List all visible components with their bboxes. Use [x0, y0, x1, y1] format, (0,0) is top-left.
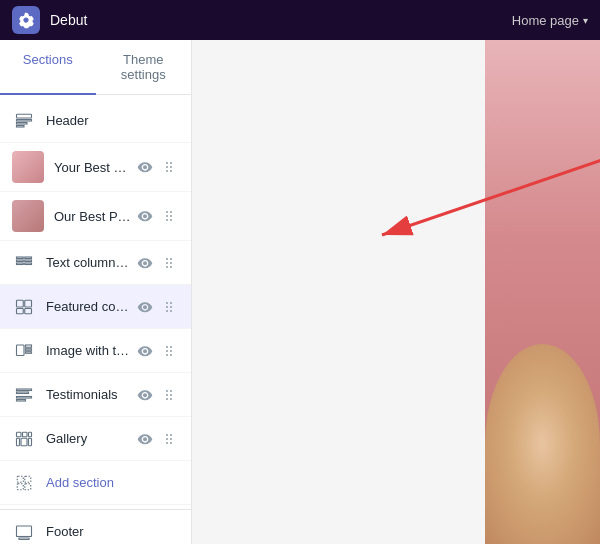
svg-point-54 — [166, 394, 168, 396]
section-gallery-label: Gallery — [46, 431, 131, 446]
testimonials-drag-button[interactable] — [159, 385, 179, 405]
section-item-testimonials[interactable]: Testimonials — [0, 373, 191, 417]
gallery-drag-button[interactable] — [159, 429, 179, 449]
svg-point-7 — [170, 166, 172, 168]
svg-point-45 — [170, 350, 172, 352]
featured-collection-actions — [135, 297, 179, 317]
best-product-drag-button[interactable] — [159, 206, 179, 226]
svg-rect-71 — [25, 476, 31, 482]
svg-rect-41 — [26, 351, 32, 353]
svg-point-44 — [166, 350, 168, 352]
svg-point-47 — [170, 354, 172, 356]
svg-point-66 — [166, 438, 168, 440]
svg-point-69 — [170, 442, 172, 444]
svg-point-53 — [170, 390, 172, 392]
gallery-visibility-button[interactable] — [135, 429, 155, 449]
svg-rect-72 — [17, 483, 23, 489]
svg-point-26 — [166, 266, 168, 268]
svg-point-15 — [170, 219, 172, 221]
svg-point-13 — [170, 215, 172, 217]
svg-rect-30 — [17, 308, 24, 313]
section-testimonials-label: Testimonials — [46, 387, 131, 402]
svg-point-8 — [166, 170, 168, 172]
svg-point-32 — [166, 302, 168, 304]
section-item-best-product[interactable]: Our Best Product ... — [0, 192, 191, 241]
svg-rect-51 — [17, 399, 26, 401]
svg-point-33 — [170, 302, 172, 304]
svg-rect-18 — [17, 263, 24, 265]
tab-sections[interactable]: Sections — [0, 40, 96, 94]
svg-rect-16 — [17, 257, 24, 259]
svg-point-35 — [170, 306, 172, 308]
svg-rect-63 — [29, 438, 32, 446]
svg-rect-20 — [25, 260, 32, 262]
svg-rect-61 — [17, 438, 20, 446]
svg-rect-62 — [21, 438, 27, 446]
footer-section[interactable]: Footer — [0, 509, 191, 544]
svg-rect-1 — [17, 119, 32, 121]
footer-icon — [12, 520, 36, 544]
add-section-label: Add section — [46, 475, 179, 490]
svg-point-42 — [166, 346, 168, 348]
pet-food-visibility-button[interactable] — [135, 157, 155, 177]
svg-rect-0 — [17, 114, 32, 118]
section-text-columns-label: Text columns with i... — [46, 255, 131, 270]
text-columns-drag-button[interactable] — [159, 253, 179, 273]
section-item-image-text[interactable]: Image with text ov... — [0, 329, 191, 373]
testimonials-icon — [12, 383, 36, 407]
testimonials-visibility-button[interactable] — [135, 385, 155, 405]
add-section-button[interactable]: Add section — [0, 461, 191, 505]
preview-image — [485, 40, 600, 544]
image-text-icon — [12, 339, 36, 363]
svg-rect-29 — [25, 300, 32, 307]
pet-food-drag-button[interactable] — [159, 157, 179, 177]
svg-point-68 — [166, 442, 168, 444]
text-columns-icon — [12, 251, 36, 275]
svg-rect-21 — [25, 263, 32, 265]
svg-point-5 — [170, 162, 172, 164]
image-text-visibility-button[interactable] — [135, 341, 155, 361]
best-product-visibility-button[interactable] — [135, 206, 155, 226]
svg-point-24 — [166, 262, 168, 264]
svg-point-46 — [166, 354, 168, 356]
section-item-header[interactable]: Header — [0, 99, 191, 143]
svg-rect-60 — [29, 432, 32, 437]
featured-collection-drag-button[interactable] — [159, 297, 179, 317]
section-item-featured-collection[interactable]: Featured collection — [0, 285, 191, 329]
svg-rect-40 — [26, 348, 32, 350]
svg-point-37 — [170, 310, 172, 312]
app-title: Debut — [50, 12, 87, 28]
text-columns-visibility-button[interactable] — [135, 253, 155, 273]
svg-rect-3 — [17, 125, 25, 127]
svg-point-64 — [166, 434, 168, 436]
svg-point-25 — [170, 262, 172, 264]
svg-point-27 — [170, 266, 172, 268]
add-section-icon — [12, 471, 36, 495]
svg-rect-70 — [17, 476, 23, 482]
svg-point-36 — [166, 310, 168, 312]
svg-rect-28 — [17, 300, 24, 307]
section-pet-food-label: Your Best Pet Food... — [54, 160, 131, 175]
svg-point-9 — [170, 170, 172, 172]
svg-point-56 — [166, 398, 168, 400]
best-product-thumbnail — [12, 200, 44, 232]
svg-rect-19 — [25, 257, 32, 259]
section-list: Header Your Best Pet Food... Our B — [0, 95, 191, 509]
svg-rect-76 — [19, 538, 30, 540]
page-selector[interactable]: Home page ▾ — [512, 13, 588, 28]
tab-theme-settings[interactable]: Theme settings — [96, 40, 192, 94]
image-text-drag-button[interactable] — [159, 341, 179, 361]
svg-rect-38 — [17, 345, 25, 356]
section-item-pet-food[interactable]: Your Best Pet Food... — [0, 143, 191, 192]
svg-rect-17 — [17, 260, 24, 262]
svg-point-10 — [166, 211, 168, 213]
gallery-icon — [12, 427, 36, 451]
svg-point-4 — [166, 162, 168, 164]
svg-rect-39 — [26, 345, 32, 347]
image-text-actions — [135, 341, 179, 361]
section-item-text-columns[interactable]: Text columns with i... — [0, 241, 191, 285]
featured-collection-visibility-button[interactable] — [135, 297, 155, 317]
svg-rect-31 — [25, 308, 32, 313]
section-item-gallery[interactable]: Gallery — [0, 417, 191, 461]
svg-rect-50 — [17, 396, 32, 398]
